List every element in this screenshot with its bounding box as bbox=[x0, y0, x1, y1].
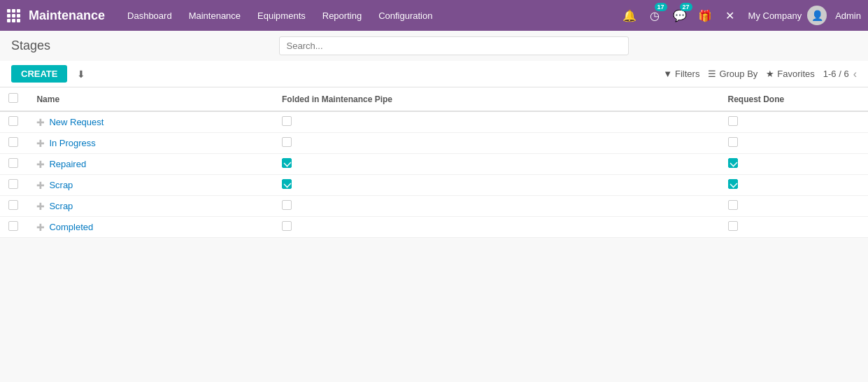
create-button[interactable]: CREATE bbox=[11, 65, 67, 83]
pagination-prev[interactable]: ‹ bbox=[853, 68, 857, 80]
row-checkbox[interactable] bbox=[8, 137, 18, 147]
toolbar-right: ▼ Filters ☰ Group By ★ Favorites 1-6 / 6… bbox=[663, 68, 857, 80]
request-done-checkbox[interactable] bbox=[728, 158, 738, 168]
nav-configuration[interactable]: Configuration bbox=[371, 6, 439, 25]
table-row: ✚Repaired bbox=[0, 154, 868, 175]
col-header-folded: Folded in Maintenance Pipe bbox=[273, 87, 720, 111]
table-row: ✚Scrap bbox=[0, 175, 868, 196]
nav-maintenance[interactable]: Maintenance bbox=[182, 6, 248, 25]
navbar-menu: Dashboard Maintenance Equipments Reporti… bbox=[120, 6, 616, 25]
app-grid-icon[interactable] bbox=[7, 9, 20, 22]
request-done-checkbox[interactable] bbox=[728, 179, 738, 189]
row-checkbox[interactable] bbox=[8, 200, 18, 210]
row-checkbox[interactable] bbox=[8, 116, 18, 126]
company-name: My Company bbox=[748, 10, 802, 21]
request-done-checkbox[interactable] bbox=[728, 200, 738, 210]
stages-table: Name Folded in Maintenance Pipe Request … bbox=[0, 87, 868, 238]
row-name[interactable]: Scrap bbox=[49, 180, 73, 190]
drag-handle-icon[interactable]: ✚ bbox=[36, 117, 45, 128]
table-row: ✚Scrap bbox=[0, 196, 868, 217]
page-title: Stages bbox=[11, 38, 50, 53]
navbar: Maintenance Dashboard Maintenance Equipm… bbox=[0, 0, 868, 31]
filter-icon: ▼ bbox=[663, 69, 672, 79]
folded-checkbox[interactable] bbox=[282, 158, 292, 168]
folded-checkbox[interactable] bbox=[282, 200, 292, 210]
avatar: 👤 bbox=[807, 6, 827, 25]
pagination: 1-6 / 6 ‹ bbox=[823, 68, 857, 80]
nav-dashboard[interactable]: Dashboard bbox=[120, 6, 179, 25]
chat-badge: 27 bbox=[680, 3, 692, 11]
drag-handle-icon[interactable]: ✚ bbox=[36, 201, 45, 212]
filters-label: Filters bbox=[675, 69, 699, 79]
row-checkbox[interactable] bbox=[8, 179, 18, 189]
request-done-checkbox[interactable] bbox=[728, 137, 738, 147]
folded-checkbox[interactable] bbox=[282, 116, 292, 126]
table-row: ✚New Request bbox=[0, 111, 868, 133]
table-row: ✚In Progress bbox=[0, 133, 868, 154]
favorites-label: Favorites bbox=[777, 69, 814, 79]
row-name[interactable]: In Progress bbox=[49, 138, 95, 148]
row-name[interactable]: New Request bbox=[49, 117, 104, 127]
drag-handle-icon[interactable]: ✚ bbox=[36, 222, 45, 233]
nav-equipments[interactable]: Equipments bbox=[250, 6, 313, 25]
groupby-button[interactable]: ☰ Group By bbox=[708, 69, 757, 79]
request-done-checkbox[interactable] bbox=[728, 221, 738, 231]
folded-checkbox[interactable] bbox=[282, 221, 292, 231]
export-button[interactable]: ⬇ bbox=[73, 66, 90, 83]
page-header-row: Stages bbox=[0, 31, 868, 61]
table-row: ✚Completed bbox=[0, 217, 868, 238]
pagination-text: 1-6 / 6 bbox=[823, 69, 849, 79]
bell-icon[interactable]: 🔔 bbox=[620, 6, 639, 25]
favorites-button[interactable]: ★ Favorites bbox=[766, 69, 814, 79]
row-checkbox[interactable] bbox=[8, 158, 18, 168]
star-icon: ★ bbox=[766, 69, 774, 79]
nav-reporting[interactable]: Reporting bbox=[315, 6, 369, 25]
search-container bbox=[50, 36, 857, 55]
folded-checkbox[interactable] bbox=[282, 179, 292, 189]
table-header: Name Folded in Maintenance Pipe Request … bbox=[0, 87, 868, 111]
folded-checkbox[interactable] bbox=[282, 137, 292, 147]
gift-icon[interactable]: 🎁 bbox=[695, 6, 715, 25]
close-icon[interactable]: ✕ bbox=[720, 6, 740, 25]
request-done-checkbox[interactable] bbox=[728, 116, 738, 126]
app-title: Maintenance bbox=[29, 8, 105, 23]
search-input[interactable] bbox=[279, 36, 629, 55]
activity-badge: 17 bbox=[655, 3, 667, 11]
row-name[interactable]: Completed bbox=[49, 222, 93, 232]
drag-handle-icon[interactable]: ✚ bbox=[36, 138, 45, 149]
groupby-icon: ☰ bbox=[708, 69, 716, 79]
chat-icon[interactable]: 💬 27 bbox=[670, 6, 690, 25]
select-all-checkbox[interactable] bbox=[8, 93, 18, 103]
table-body: ✚New Request✚In Progress✚Repaired✚Scrap✚… bbox=[0, 111, 868, 238]
activity-icon[interactable]: ◷ 17 bbox=[645, 6, 664, 25]
toolbar: CREATE ⬇ ▼ Filters ☰ Group By ★ Favorite… bbox=[0, 61, 868, 87]
row-name[interactable]: Scrap bbox=[49, 201, 73, 211]
table-container: Name Folded in Maintenance Pipe Request … bbox=[0, 87, 868, 238]
filters-button[interactable]: ▼ Filters bbox=[663, 69, 699, 79]
row-name[interactable]: Repaired bbox=[49, 159, 86, 169]
col-header-name: Name bbox=[28, 87, 273, 111]
groupby-label: Group By bbox=[719, 69, 757, 79]
col-header-request: Request Done bbox=[720, 87, 869, 111]
user-name: Admin bbox=[835, 10, 861, 21]
navbar-right: 🔔 ◷ 17 💬 27 🎁 ✕ My Company 👤 Admin bbox=[620, 6, 861, 25]
row-checkbox[interactable] bbox=[8, 221, 18, 231]
drag-handle-icon[interactable]: ✚ bbox=[36, 159, 45, 170]
drag-handle-icon[interactable]: ✚ bbox=[36, 180, 45, 191]
